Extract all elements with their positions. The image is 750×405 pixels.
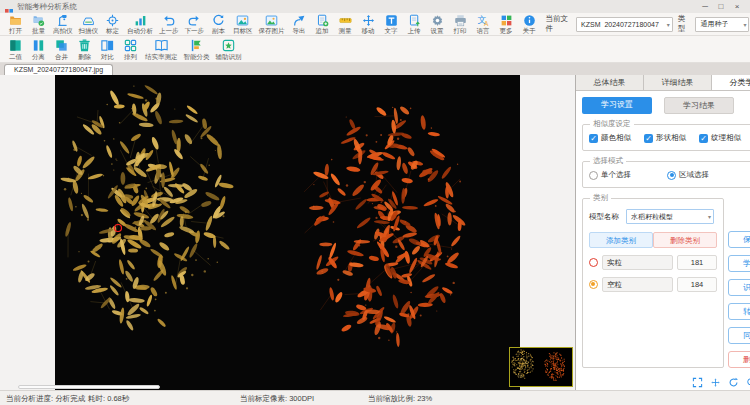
tab-detailed-results[interactable]: 详细结果: [644, 75, 712, 90]
toolbar-button-auto-analyze-chart[interactable]: 自动分析: [124, 14, 156, 35]
class-row-实粒: 实粒181: [589, 255, 717, 270]
toolbar-button-undo-arrow[interactable]: 上一步: [156, 14, 182, 35]
model-name-value: 水稻籽粒模型: [631, 212, 673, 222]
radio-unselected-icon[interactable]: [589, 171, 598, 180]
document-tab-bar: KZSM_20240727180047.jpg: [0, 63, 750, 75]
toolbar-button-verify-book[interactable]: 结实率测定: [142, 38, 181, 61]
toolbar-button-merge[interactable]: 合并: [50, 38, 73, 61]
classification-learning-panel: 学习设置学习结果 相似度设定 ✓颜色相似✓形状相似✓纹理相似 选择模式 单个选择…: [576, 91, 750, 390]
specimen-image-canvas[interactable]: [55, 75, 520, 391]
minimap[interactable]: [509, 347, 573, 387]
toolbar-button-open-folder[interactable]: 打开: [4, 14, 27, 35]
convert-button[interactable]: 转换: [728, 303, 750, 320]
current-file-select[interactable]: KZSM_20240727180047 ▾: [576, 17, 673, 32]
toolbar-button-move-cross[interactable]: 移动: [357, 14, 380, 35]
toolbar-button-batch-folder[interactable]: 批量: [27, 14, 50, 35]
radio-单个选择[interactable]: 单个选择: [589, 170, 631, 180]
current-file-value: KZSM_20240727180047: [581, 21, 659, 28]
class-count-field[interactable]: 184: [677, 277, 717, 292]
toolbar-button-label: 副本: [212, 27, 225, 35]
rotate-view-icon[interactable]: [728, 377, 739, 388]
maximize-button[interactable]: □: [713, 0, 729, 13]
checkbox-checked-icon[interactable]: ✓: [644, 134, 653, 143]
toolbar-button-label: 高拍仪: [53, 27, 73, 35]
type-label: 类型: [678, 14, 691, 34]
toolbar-button-settings-gear[interactable]: 设置: [426, 14, 449, 35]
add-category-button[interactable]: 添加类别: [589, 232, 653, 248]
fit-screen-icon[interactable]: [692, 377, 703, 388]
toolbar-button-target-region-image[interactable]: 目标区: [230, 14, 256, 35]
toolbar-button-calibrate-target[interactable]: 标定: [101, 14, 124, 35]
class-name-field[interactable]: 实粒: [602, 255, 673, 270]
radio-区域选择[interactable]: 区域选择: [667, 170, 709, 180]
tab-overall-results[interactable]: 总体结果: [576, 75, 644, 90]
class-marker-icon[interactable]: [589, 258, 598, 267]
toolbar-button-scanner[interactable]: 扫描仪: [76, 14, 102, 35]
toolbar-button-label: 导出: [293, 27, 306, 35]
toolbar-button-compare[interactable]: 对比: [96, 38, 119, 61]
open-folder-icon: [9, 14, 22, 27]
toolbar-button-trash[interactable]: 删除: [73, 38, 96, 61]
toolbar-button-label: 辅助识别: [216, 53, 242, 61]
canvas-area: [0, 75, 575, 390]
minimize-button[interactable]: ─: [697, 0, 713, 13]
toolbar-button-redo-arrow[interactable]: 下一步: [182, 14, 208, 35]
class-count-field[interactable]: 181: [677, 255, 717, 270]
recognize-button[interactable]: 识别: [728, 279, 750, 296]
checkbox-颜色相似[interactable]: ✓颜色相似: [589, 133, 631, 143]
tab-classification-learning[interactable]: 分类学习: [712, 75, 750, 90]
toolbar-button-label: 结实率测定: [145, 53, 178, 61]
model-name-select[interactable]: 水稻籽粒模型 ▾: [626, 209, 714, 224]
quick-zoom-icon[interactable]: [746, 377, 750, 388]
checkbox-label: 颜色相似: [601, 133, 631, 143]
toolbar-button-append-doc[interactable]: 追加: [311, 14, 334, 35]
toolbar-button-text-t[interactable]: 文字: [380, 14, 403, 35]
horizontal-scrollbar-thumb[interactable]: [18, 385, 160, 389]
language-icon: 文A: [477, 14, 490, 27]
toolbar-button-export-arrow[interactable]: 导出: [288, 14, 311, 35]
sync-button[interactable]: 同步: [728, 327, 750, 344]
learn-button[interactable]: 学习: [728, 255, 750, 272]
delete-category-button[interactable]: 删除类别: [653, 232, 717, 248]
toolbar-button-label: 追加: [316, 27, 329, 35]
type-select[interactable]: 通用种子 ▾: [695, 17, 749, 32]
radio-selected-icon[interactable]: [667, 171, 676, 180]
learning-results-button[interactable]: 学习结果: [664, 97, 734, 114]
close-button[interactable]: ×: [729, 0, 745, 13]
arrange-grid-icon: [123, 38, 138, 53]
checkbox-形状相似[interactable]: ✓形状相似: [644, 133, 686, 143]
checkbox-checked-icon[interactable]: ✓: [589, 134, 598, 143]
checkbox-纹理相似[interactable]: ✓纹理相似: [699, 133, 741, 143]
class-name-field[interactable]: 空粒: [602, 277, 673, 292]
toolbar-button-label: 合并: [55, 53, 68, 61]
learning-settings-button[interactable]: 学习设置: [582, 97, 652, 114]
toolbar-button-assist-recognize[interactable]: 辅助识别: [213, 38, 245, 61]
toolbar-button-save-image[interactable]: 保存图片: [256, 14, 288, 35]
toolbar-button-separate[interactable]: 分离: [27, 38, 50, 61]
save-button[interactable]: 保存: [728, 231, 750, 248]
class-marker-icon[interactable]: [589, 280, 598, 289]
redo-arrow-icon: [188, 14, 201, 27]
result-tabs: 总体结果详细结果分类学习: [576, 75, 750, 91]
status-progress: 当前分析进度: 分析完成: [6, 394, 85, 404]
toolbar-button-doc-camera[interactable]: 高拍仪: [50, 14, 76, 35]
toolbar-button-label: 对比: [101, 53, 114, 61]
delete-button[interactable]: 删除: [728, 351, 750, 368]
pan-move-icon[interactable]: [710, 377, 721, 388]
toolbar-button-upload-doc[interactable]: 上传: [403, 14, 426, 35]
toolbar-button-printer[interactable]: 打印: [449, 14, 472, 35]
toolbar-button-arrange-grid[interactable]: 排列: [119, 38, 142, 61]
binarize-icon: [8, 38, 23, 53]
toolbar-button-info-circle[interactable]: 关于: [518, 14, 541, 35]
toolbar-button-duplicate-refresh[interactable]: 副本: [207, 14, 230, 35]
window-controls: ─ □ ×: [697, 0, 745, 13]
toolbar-button-binarize[interactable]: 二值: [4, 38, 27, 61]
seed-grains-image: [55, 75, 520, 391]
toolbar-button-language[interactable]: 文A语言: [472, 14, 495, 35]
document-tab[interactable]: KZSM_20240727180047.jpg: [4, 64, 113, 75]
class-row-空粒: 空粒184: [589, 277, 717, 292]
toolbar-button-smart-classify[interactable]: 智能分类: [181, 38, 213, 61]
toolbar-button-measure-ruler[interactable]: 测量: [334, 14, 357, 35]
checkbox-checked-icon[interactable]: ✓: [699, 134, 708, 143]
toolbar-button-more-grid[interactable]: 更多: [495, 14, 518, 35]
